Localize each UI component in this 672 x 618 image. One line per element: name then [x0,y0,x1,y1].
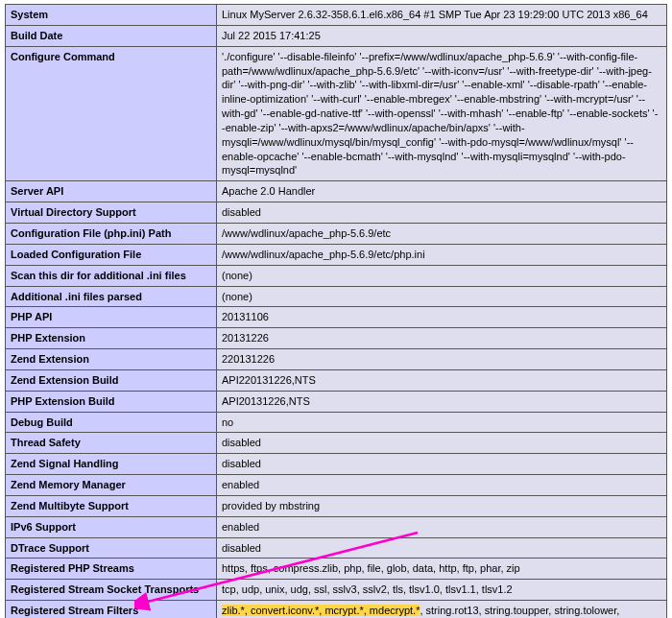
row-value: enabled [217,516,667,537]
table-row: Zend Extension BuildAPI220131226,NTS [6,369,667,391]
row-key: System [6,5,217,26]
row-value: Jul 22 2015 17:41:25 [217,25,667,46]
table-row: Configuration File (php.ini) Path/www/wd… [6,223,667,244]
row-value: disabled [217,202,667,224]
row-key: Server API [6,181,217,202]
table-row: Registered Stream Filterszlib.*, convert… [6,601,667,618]
table-row: Server APIApache 2.0 Handler [6,181,667,202]
row-key: Loaded Configuration File [6,244,217,265]
table-row: Zend Extension220131226 [6,349,667,370]
row-key: PHP Extension Build [6,391,217,412]
row-value: 20131226 [217,328,667,349]
table-row: DTrace Supportdisabled [6,537,667,559]
row-key: Build Date [6,25,217,46]
row-value: zlib.*, convert.iconv.*, mcrypt.*, mdecr… [217,601,667,618]
row-value: disabled [217,537,667,559]
row-key: Registered PHP Streams [6,559,217,580]
row-value: /www/wdlinux/apache_php-5.6.9/etc/php.in… [217,244,667,265]
row-value: 220131226 [217,349,667,370]
table-row: IPv6 Supportenabled [6,516,667,537]
table-row: Loaded Configuration File/www/wdlinux/ap… [6,244,667,265]
row-value: disabled [217,433,667,454]
row-key: Additional .ini files parsed [6,286,217,307]
row-key: PHP Extension [6,328,217,349]
phpinfo-table: SystemLinux MyServer 2.6.32-358.6.1.el6.… [5,4,667,618]
row-key: Registered Stream Socket Transports [6,580,217,601]
row-value: provided by mbstring [217,495,667,516]
table-row: Thread Safetydisabled [6,433,667,454]
row-key: Debug Build [6,412,217,433]
row-value: Linux MyServer 2.6.32-358.6.1.el6.x86_64… [217,5,667,26]
table-row: Registered PHP Streamshttps, ftps, compr… [6,559,667,580]
row-value: no [217,412,667,433]
table-row: PHP Extension BuildAPI20131226,NTS [6,391,667,412]
table-row: Scan this dir for additional .ini files(… [6,265,667,286]
row-key: Configure Command [6,46,217,181]
row-key: Scan this dir for additional .ini files [6,265,217,286]
row-key: Registered Stream Filters [6,601,217,618]
row-key: Zend Extension [6,349,217,370]
table-row: Additional .ini files parsed(none) [6,286,667,307]
row-value: (none) [217,265,667,286]
row-value: (none) [217,286,667,307]
row-value: Apache 2.0 Handler [217,181,667,202]
row-key: PHP API [6,307,217,328]
row-value: enabled [217,475,667,496]
table-row: PHP Extension20131226 [6,328,667,349]
row-value: disabled [217,454,667,475]
row-key: Configuration File (php.ini) Path [6,223,217,244]
row-key: Thread Safety [6,433,217,454]
row-value: API220131226,NTS [217,369,667,391]
table-row: Configure Command './configure' '--disab… [6,46,667,181]
table-row: Zend Memory Managerenabled [6,475,667,496]
row-key: IPv6 Support [6,516,217,537]
row-key: Zend Signal Handling [6,454,217,475]
row-value: 20131106 [217,307,667,328]
row-value: https, ftps, compress.zlib, php, file, g… [217,559,667,580]
table-row: PHP API20131106 [6,307,667,328]
row-key: Zend Multibyte Support [6,495,217,516]
table-row: Registered Stream Socket Transportstcp, … [6,580,667,601]
row-value: /www/wdlinux/apache_php-5.6.9/etc [217,223,667,244]
row-value: './configure' '--disable-fileinfo' '--pr… [217,46,667,181]
table-row: Virtual Directory Supportdisabled [6,202,667,224]
table-row: Zend Multibyte Supportprovided by mbstri… [6,495,667,516]
table-row: Build DateJul 22 2015 17:41:25 [6,25,667,46]
table-row: Zend Signal Handlingdisabled [6,454,667,475]
highlighted-text: zlib.*, convert.iconv.*, mcrypt.*, mdecr… [222,605,420,616]
table-row: SystemLinux MyServer 2.6.32-358.6.1.el6.… [6,5,667,26]
row-key: Zend Memory Manager [6,475,217,496]
row-value: tcp, udp, unix, udg, ssl, sslv3, sslv2, … [217,580,667,601]
row-key: Virtual Directory Support [6,202,217,224]
row-key: Zend Extension Build [6,369,217,391]
row-key: DTrace Support [6,537,217,559]
row-value: API20131226,NTS [217,391,667,412]
table-row: Debug Buildno [6,412,667,433]
